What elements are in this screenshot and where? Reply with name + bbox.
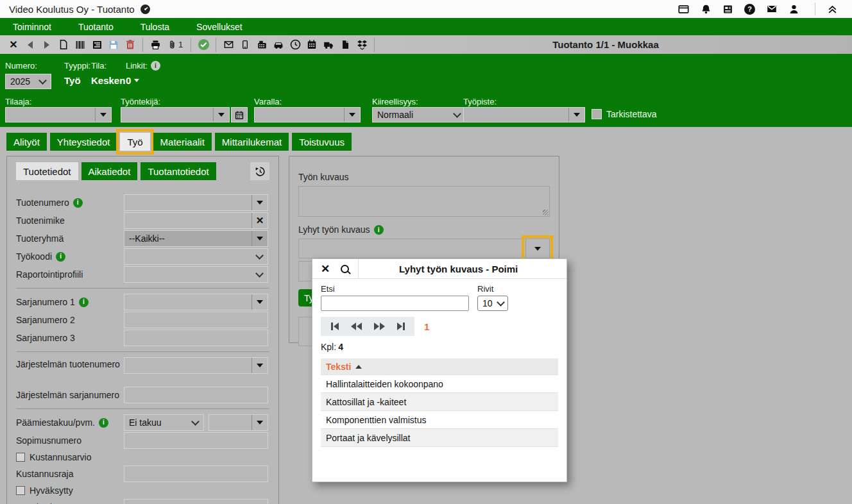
info-icon[interactable]: i xyxy=(99,418,108,428)
previous-record-icon[interactable] xyxy=(24,38,37,52)
save-icon[interactable] xyxy=(107,38,120,52)
info-icon[interactable]: i xyxy=(79,298,89,307)
paamiestakuu-date-dropdown-button[interactable] xyxy=(251,415,268,430)
tuotenumero-combobox[interactable] xyxy=(124,194,268,211)
print-icon[interactable] xyxy=(149,38,162,52)
user-icon[interactable] xyxy=(788,4,799,15)
notifications-bell-icon[interactable] xyxy=(701,4,711,15)
collapse-header-icon[interactable] xyxy=(827,4,838,15)
table-row[interactable]: Komponenttien valmistus xyxy=(321,410,558,428)
tyon-kuvaus-textarea[interactable] xyxy=(298,186,550,217)
menu-tuotanto[interactable]: Tuotanto xyxy=(78,22,114,32)
search-icon[interactable] xyxy=(341,265,349,273)
varalla-dropdown-button[interactable] xyxy=(344,108,360,122)
calendar-icon[interactable] xyxy=(305,38,318,52)
table-row[interactable]: Hallintalaitteiden kokoonpano xyxy=(321,374,558,392)
fax-icon[interactable] xyxy=(255,38,268,52)
kiireellisyys-select[interactable]: Normaali xyxy=(372,107,466,122)
tab-mittarilukemat[interactable]: Mittarilukemat xyxy=(215,133,289,151)
linkit-dropdown[interactable]: 0 xyxy=(126,75,139,86)
paamiestakuu-select[interactable]: Ei takuu xyxy=(124,414,204,431)
last-page-button[interactable] xyxy=(397,323,405,330)
clock-icon[interactable] xyxy=(289,38,302,52)
next-record-icon[interactable] xyxy=(40,38,53,52)
clear-icon[interactable]: ✕ xyxy=(251,213,268,228)
info-icon[interactable]: i xyxy=(73,198,83,208)
varalla-combobox[interactable] xyxy=(254,107,361,122)
raportointiprofiili-select[interactable] xyxy=(124,266,268,283)
jarjestelman-tuotenumero-combobox[interactable] xyxy=(124,357,268,374)
tab-toistuvuus[interactable]: Toistuvuus xyxy=(292,133,352,151)
tuoteryhma-select[interactable]: --Kaikki-- xyxy=(124,230,268,247)
help-icon[interactable]: ? xyxy=(744,4,755,15)
tab-tuotetiedot[interactable]: Tuotetiedot xyxy=(16,162,78,180)
approve-check-icon[interactable] xyxy=(197,38,210,52)
sarjanumero2-input[interactable] xyxy=(124,312,268,328)
tuotenimike-input[interactable]: ✕ xyxy=(124,212,268,229)
jarjestelman-tuotenumero-dropdown-button[interactable] xyxy=(251,358,268,373)
lyhyt-tyon-kuvaus-input[interactable] xyxy=(298,239,550,258)
task-list-icon[interactable] xyxy=(90,38,103,52)
tuotenumero-dropdown-button[interactable] xyxy=(251,195,268,210)
new-document-icon[interactable] xyxy=(57,38,70,52)
sopimusnumero-input[interactable] xyxy=(124,432,268,449)
tab-aikatiedot[interactable]: Aikatiedot xyxy=(81,162,138,180)
tab-alityot[interactable]: Alityöt xyxy=(6,133,47,151)
etsi-input[interactable] xyxy=(321,296,469,311)
linkit-info-icon[interactable]: i xyxy=(151,61,160,71)
table-row[interactable]: Kattosillat ja -kaiteet xyxy=(321,392,558,410)
menu-sovellukset[interactable]: Sovellukset xyxy=(196,22,243,32)
history-button[interactable] xyxy=(250,162,269,180)
hyvaksyja-input[interactable] xyxy=(124,499,268,504)
tyopiste-combobox[interactable] xyxy=(463,107,585,122)
tilaaja-combobox[interactable] xyxy=(5,107,112,122)
tarkistettava-checkbox[interactable] xyxy=(592,109,602,119)
file-icon[interactable] xyxy=(339,38,352,52)
info-icon[interactable]: i xyxy=(374,225,384,235)
current-page[interactable]: 1 xyxy=(424,321,429,332)
tab-materiaalit[interactable]: Materiaalit xyxy=(153,133,212,151)
info-icon[interactable]: i xyxy=(56,252,65,262)
tyontekija-calendar-button[interactable] xyxy=(231,107,248,122)
tyontekija-dropdown-button[interactable] xyxy=(213,108,229,122)
mobile-icon[interactable] xyxy=(239,38,251,52)
numero-select[interactable]: 2025 xyxy=(5,74,51,89)
table-row[interactable]: Portaat ja kävelysillat xyxy=(321,428,558,447)
paamiestakuu-date-combobox[interactable] xyxy=(209,414,268,431)
attachment-icon[interactable]: 1 xyxy=(166,38,185,52)
mail-icon[interactable] xyxy=(766,4,778,14)
dropbox-icon[interactable] xyxy=(355,38,368,52)
car-icon[interactable] xyxy=(272,38,285,52)
sarjanumero1-dropdown-button[interactable] xyxy=(251,294,268,310)
news-icon[interactable] xyxy=(722,4,733,15)
tilaaja-dropdown-button[interactable] xyxy=(95,108,111,122)
tyokoodi-select[interactable] xyxy=(124,248,268,265)
jarjestelman-sarjanumero-input[interactable] xyxy=(124,387,268,403)
delete-icon[interactable] xyxy=(124,38,137,52)
email-icon[interactable] xyxy=(222,38,235,52)
window-icon[interactable] xyxy=(677,4,690,15)
barcode-icon[interactable] xyxy=(74,38,87,52)
truck-icon[interactable] xyxy=(322,38,335,52)
menu-tulosta[interactable]: Tulosta xyxy=(141,22,169,32)
kustannusraja-input[interactable] xyxy=(124,466,268,482)
close-icon[interactable]: ✕ xyxy=(7,38,20,52)
tab-tuotantotiedot[interactable]: Tuotantotiedot xyxy=(141,162,216,180)
rivit-select[interactable]: 10 xyxy=(477,296,508,311)
tab-yhteystiedot[interactable]: Yhteystiedot xyxy=(50,133,117,151)
kustannusarvio-checkbox[interactable] xyxy=(16,453,25,462)
hyvaksytty-checkbox[interactable] xyxy=(16,486,25,495)
tab-tyo[interactable]: Työ xyxy=(120,133,149,151)
column-header-teksti[interactable]: Teksti xyxy=(321,358,558,374)
next-page-button[interactable] xyxy=(374,323,385,330)
first-page-button[interactable] xyxy=(331,323,339,330)
tyontekija-combobox[interactable] xyxy=(121,107,230,122)
lyhyt-tyon-kuvaus-dropdown-button[interactable] xyxy=(525,239,549,258)
close-icon[interactable]: ✕ xyxy=(321,264,330,274)
menu-toiminnot[interactable]: Toiminnot xyxy=(13,22,51,32)
tuoteryhma-dropdown-button[interactable] xyxy=(251,231,268,246)
sarjanumero3-input[interactable] xyxy=(124,330,268,346)
sarjanumero1-combobox[interactable] xyxy=(124,294,268,310)
previous-page-button[interactable] xyxy=(351,323,362,330)
tyopiste-dropdown-button[interactable] xyxy=(568,108,584,122)
